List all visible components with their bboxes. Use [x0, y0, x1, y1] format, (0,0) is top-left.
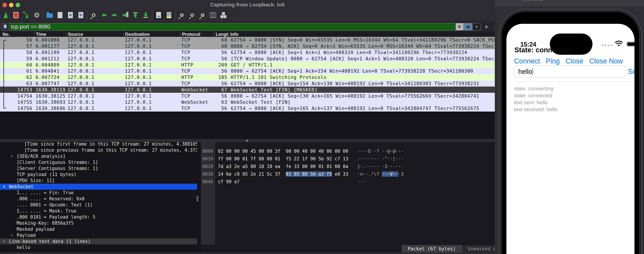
packet-row[interactable]: 606.004809127.0.0.1127.0.0.1HTTP209GET /… [0, 62, 495, 68]
packet-bytes-pane: 000002 00 00 00 45 00 00 3f 00 00 40 00 … [201, 142, 495, 252]
detail-text: 1... .... = Fin: True [0, 190, 74, 196]
columns-layout-button[interactable]: 123 [219, 11, 228, 20]
detail-scrollbar[interactable] [196, 142, 199, 252]
detail-tree-item[interactable]: 1... .... = Mask: True [0, 208, 197, 214]
packet-row[interactable]: 147541630.381257127.0.0.1127.0.0.1TCP568… [0, 93, 495, 99]
zoom-reset-button[interactable]: = [198, 11, 207, 20]
detail-text: Payload [0, 232, 36, 238]
chevron-right-icon[interactable]: > [10, 153, 13, 159]
colorize-button[interactable] [165, 11, 173, 20]
detail-text: .... 0001 = Opcode: Text (1) [0, 202, 93, 208]
ping-button[interactable]: Ping [546, 57, 560, 65]
chevron-down-icon[interactable]: ∨ [3, 184, 5, 190]
packet-row[interactable]: 636.007747127.0.0.1127.0.0.1TCP5662754 →… [0, 80, 495, 87]
find-packet-button[interactable] [90, 11, 98, 20]
detail-tree-item[interactable]: >[SEQ/ACK analysis] [0, 153, 197, 159]
detail-tree-item[interactable]: [PDU Size: 11] [0, 178, 197, 184]
close-now-button[interactable]: Close Now [589, 57, 623, 65]
packet-row[interactable]: 576.001177127.0.0.1127.0.0.1TCP688080 → … [0, 43, 495, 49]
packet-cell-proto: TCP [180, 56, 214, 61]
packet-row[interactable]: 566.001088127.0.0.1127.0.0.1TCP6862754 →… [0, 37, 495, 43]
detail-tree-item[interactable]: Masked payload [0, 226, 197, 232]
zoom-out-button[interactable]: − [188, 11, 196, 20]
detail-text: 1... .... = Mask: True [0, 208, 76, 214]
column-header-destination[interactable]: Destination [123, 32, 180, 37]
detail-tree-item[interactable]: .... 0001 = Opcode: Text (1) [0, 202, 197, 208]
connect-button[interactable]: Connect [514, 57, 540, 65]
packet-cell-proto: HTTP [180, 75, 214, 80]
detail-tree-item[interactable]: [Server Contiguous Streams: 1] [0, 165, 197, 171]
detail-tree-item[interactable]: TCP payload (11 bytes) [0, 171, 197, 178]
close-file-button[interactable]: ✕ [66, 11, 74, 20]
packet-cell-proto: TCP [180, 93, 214, 99]
packet-list-empty-area [0, 112, 495, 139]
detail-tree-item[interactable]: ∨WebSocket [0, 184, 197, 190]
text-cursor [532, 68, 533, 75]
save-file-button[interactable] [56, 11, 64, 20]
filter-bookmark-button[interactable] [2, 23, 9, 30]
tab-unmasked-data[interactable]: Unmasked data (5 bytes) [462, 245, 495, 252]
packet-row[interactable]: 626.007724127.0.0.1127.0.0.1HTTP185HTTP/… [0, 74, 495, 80]
auto-scroll-button[interactable] [154, 11, 163, 20]
detail-tree-item[interactable]: [Client Contiguous Streams: 1] [0, 159, 197, 165]
packet-row[interactable]: 147561630.386961127.0.0.1127.0.0.1TCP566… [0, 105, 495, 112]
column-header-protocol[interactable]: Protocol [180, 32, 214, 37]
column-header-length[interactable]: Length [214, 32, 228, 37]
packet-cell-src: 127.0.0.1 [66, 93, 123, 99]
detail-tree-item[interactable]: Masking-Key: 8856a3f5 [0, 220, 197, 226]
close-button[interactable]: Close [566, 57, 583, 65]
detail-tree-item[interactable]: 1... .... = Fin: True [0, 190, 197, 196]
chevron-right-icon[interactable]: > [10, 232, 13, 238]
pane-splitter[interactable] [0, 139, 495, 142]
go-to-packet-button[interactable] [121, 11, 129, 20]
go-forward-button[interactable] [110, 11, 119, 20]
toolbar-separator [43, 11, 43, 19]
packet-cell-len: 56 [214, 56, 228, 61]
detail-tree-item[interactable]: [Time since first frame in this TCP stre… [0, 142, 197, 147]
column-header-info[interactable]: Info [228, 32, 495, 37]
detail-tree-item[interactable]: ∨Line-based text data (1 lines) [0, 238, 197, 244]
message-input-value: hello [518, 68, 532, 75]
desktop: Capturing from Loopback: lo0 ↻⚙✕↻+−=123 … [0, 0, 644, 254]
add-filter-button[interactable]: + [483, 23, 490, 30]
packet-row[interactable]: 147531630.381193127.0.0.1127.0.0.1WebSoc… [0, 87, 495, 93]
column-header-source[interactable]: Source [66, 32, 123, 37]
detail-tree-item[interactable]: >Payload [0, 232, 197, 238]
filter-clear-button[interactable]: ✕ [456, 23, 463, 30]
tab-packet-bytes[interactable]: Packet (67 bytes) [402, 245, 462, 252]
packet-row[interactable]: 596.001212127.0.0.1127.0.0.1TCP56[TCP Wi… [0, 55, 495, 62]
detail-tree-item[interactable]: .000 .... = Reserved: 0x0 [0, 196, 197, 202]
packet-cell-info: WebSocket Text [FIN] [228, 99, 495, 105]
display-filter-input[interactable]: tcp.port == 8080 [9, 23, 456, 30]
chevron-down-icon[interactable]: ∨ [3, 238, 5, 244]
stop-capture-button[interactable] [12, 11, 20, 20]
go-last-button[interactable] [142, 11, 150, 20]
message-input[interactable]: hello [514, 66, 626, 78]
packet-cell-info: 62754 → 8080 [ACK] Seq=165 Ack=137 Win=4… [228, 106, 495, 111]
go-back-button[interactable] [100, 11, 108, 20]
start-capture-button[interactable] [2, 11, 10, 20]
column-header-no[interactable]: No. [0, 32, 34, 37]
detail-tree-item[interactable]: .000 0101 = Payload length: 5 [0, 214, 197, 220]
connection-state-label: State: connected [514, 46, 570, 54]
filter-apply-button[interactable]: ➔ [463, 23, 472, 30]
capture-options-button[interactable]: ⚙ [32, 11, 41, 20]
go-first-button[interactable] [131, 11, 140, 20]
scrollbar-thumb[interactable] [196, 195, 198, 202]
zoom-in-button[interactable]: + [178, 11, 186, 20]
column-header-time[interactable]: Time [34, 32, 66, 37]
hex-offset: 0010 [202, 155, 213, 163]
resize-columns-button[interactable] [209, 11, 217, 20]
filter-dropdown-button[interactable]: ▾ [472, 23, 480, 30]
packet-row[interactable]: 586.001199127.0.0.1127.0.0.1TCP5662754 →… [0, 49, 495, 56]
detail-tree-item[interactable]: [Time since previous frame in this TCP s… [0, 147, 197, 153]
packet-row[interactable]: 616.004841127.0.0.1127.0.0.1TCP568080 → … [0, 68, 495, 74]
reload-file-button[interactable]: ↻ [77, 11, 85, 20]
detail-tree-item[interactable]: hello [0, 244, 197, 250]
detail-text: [PDU Size: 11] [0, 178, 55, 184]
open-file-button[interactable] [46, 11, 54, 20]
send-button[interactable]: Send [628, 68, 634, 75]
packet-cell-src: 127.0.0.1 [66, 75, 123, 80]
restart-capture-button[interactable]: ↻ [22, 11, 30, 20]
packet-row[interactable]: 147551630.386932127.0.0.1127.0.0.1WebSoc… [0, 99, 495, 105]
